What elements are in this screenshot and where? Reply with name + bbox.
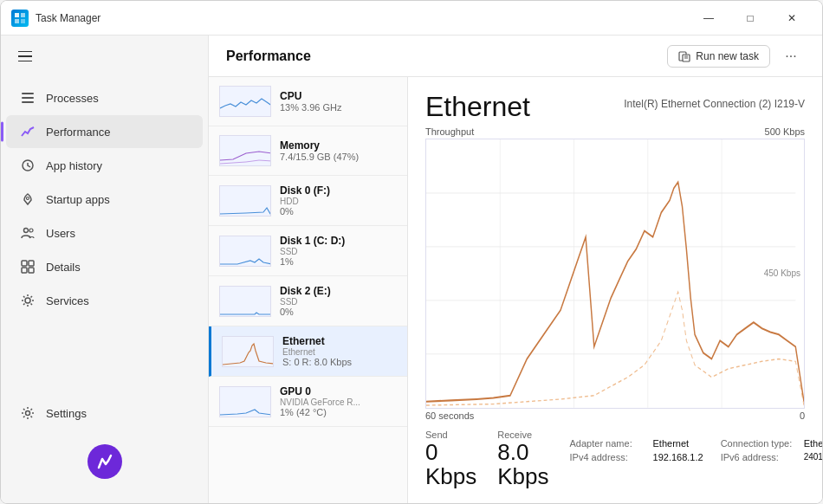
chart-label-bottom: 60 seconds 0 [425,410,805,421]
more-icon: ··· [785,48,796,64]
adapter-name-row: Adapter name: Ethernet [570,438,703,449]
rocket-icon [20,191,36,207]
sidebar-label-processes: Processes [46,92,99,105]
sidebar-label-users: Users [46,227,75,240]
minimize-button[interactable]: — [689,4,729,32]
svg-point-10 [29,229,33,232]
gpu0-name: GPU 0 [280,385,397,397]
title-bar: Task Manager — □ ✕ [1,1,822,36]
ethernet-sub: S: 0 R: 8.0 Kbps [282,357,397,367]
ethernet-model: Intel(R) Ethernet Connection (2) I219-V [624,98,805,110]
content-area: Processes Performance [1,36,822,503]
svg-point-16 [26,411,30,416]
throughput-label: Throughput [425,126,474,137]
perf-item-disk0[interactable]: Disk 0 (F:) HDD 0% [209,176,407,226]
app-icon [11,10,29,27]
sidebar-label-startup-apps: Startup apps [46,193,110,206]
info-block: Adapter name: Ethernet Connection type: … [570,430,822,489]
close-button[interactable]: ✕ [772,4,812,32]
users-icon [20,225,36,241]
adapter-name-key: Adapter name: [570,438,648,449]
chart-icon [20,124,36,139]
hamburger-menu[interactable] [11,42,39,70]
memory-name: Memory [280,139,397,152]
gpu0-thumb [219,386,271,417]
ethernet-chart: 450 Kbps [425,139,805,409]
header-actions: Run new task ··· [667,42,805,70]
disk1-thumb [219,236,271,267]
disk0-thumb [219,185,271,216]
gpu0-info: GPU 0 NVIDIA GeForce R... 1% (42 °C) [280,385,397,417]
info-grid: Adapter name: Ethernet Connection type: … [570,438,822,462]
ethernet-header: Ethernet Intel(R) Ethernet Connection (2… [425,91,805,123]
sidebar-label-details: Details [46,261,81,274]
maximize-button[interactable]: □ [730,4,770,32]
task-manager-window: Task Manager — □ ✕ [0,0,823,504]
gpu0-sub: 1% (42 °C) [280,407,397,417]
ipv6-row: IPv6 address: 2401:4900:883:eee72:8070:9… [721,452,822,462]
ipv4-row: IPv4 address: 192.168.1.2 [570,452,703,462]
chart-label-top: Throughput 500 Kbps [425,126,805,137]
perf-item-disk1[interactable]: Disk 1 (C: D:) SSD 1% [209,226,407,276]
ethernet-name: Ethernet [282,335,397,347]
hamburger-line-2 [18,55,32,57]
clock-icon [20,158,36,173]
sidebar-item-startup-apps[interactable]: Startup apps [6,183,203,216]
disk2-type: SSD [280,297,397,307]
sidebar-item-settings[interactable]: Settings [6,397,203,430]
services-icon [20,293,36,308]
svg-rect-6 [22,101,34,103]
hamburger-line-1 [18,51,32,53]
run-task-label: Run new task [696,50,759,62]
disk1-sub: 1% [280,256,397,267]
run-new-task-button[interactable]: Run new task [667,45,770,68]
sidebar-item-users[interactable]: Users [6,216,203,249]
brand-logo [87,444,122,479]
x-label-left: 60 seconds [425,410,474,421]
window-title: Task Manager [36,12,689,24]
ethernet-detail-panel: Ethernet Intel(R) Ethernet Connection (2… [408,77,822,503]
disk1-type: SSD [280,247,397,256]
sidebar-top [1,36,208,77]
perf-item-memory[interactable]: Memory 7.4/15.9 GB (47%) [209,126,407,176]
ipv6-key: IPv6 address: [721,452,799,462]
cpu-info: CPU 13% 3.96 GHz [280,90,397,113]
svg-rect-1 [21,13,25,17]
svg-rect-3 [21,19,25,23]
adapter-name-val: Ethernet [653,438,690,449]
details-icon [20,259,36,275]
sidebar-item-details[interactable]: Details [6,250,203,283]
send-stat: Send 0 Kbps [425,430,476,489]
svg-rect-4 [22,93,34,94]
ipv6-val: 2401:4900:883:eee72:8070:9b10:a411:dca6 [804,452,822,462]
perf-item-ethernet[interactable]: Ethernet Ethernet S: 0 R: 8.0 Kbps [209,326,407,377]
sidebar-label-app-history: App history [46,159,102,172]
sidebar-item-performance[interactable]: Performance [6,115,203,148]
run-task-icon [678,50,690,62]
disk2-sub: 0% [280,307,397,317]
sidebar-item-processes[interactable]: Processes [6,81,203,114]
perf-item-disk2[interactable]: Disk 2 (E:) SSD 0% [209,276,407,326]
perf-item-gpu0[interactable]: GPU 0 NVIDIA GeForce R... 1% (42 °C) [209,377,407,427]
ethernet-thumb [222,336,274,367]
connection-type-row: Connection type: Ethernet [721,438,822,449]
svg-rect-5 [22,97,34,99]
disk0-name: Disk 0 (F:) [280,184,397,197]
more-options-button[interactable]: ··· [777,42,805,70]
main-content: Performance Run new task ··· [209,36,822,503]
memory-info: Memory 7.4/15.9 GB (47%) [280,139,397,162]
perf-sidebar: CPU 13% 3.96 GHz Memor [209,77,408,503]
sidebar-item-services[interactable]: Services [6,284,203,317]
receive-value: 8.0 Kbps [497,440,548,489]
gpu0-type: NVIDIA GeForce R... [280,397,397,407]
sidebar-item-app-history[interactable]: App history [6,149,203,182]
svg-rect-11 [22,261,27,266]
perf-item-cpu[interactable]: CPU 13% 3.96 GHz [209,77,407,126]
disk0-type: HDD [280,197,397,206]
main-header: Performance Run new task ··· [209,36,822,77]
sidebar-label-performance: Performance [46,126,110,139]
memory-thumb [219,135,271,166]
cpu-sub: 13% 3.96 GHz [280,102,397,113]
ipv4-key: IPv4 address: [570,452,648,462]
svg-point-8 [27,197,29,200]
